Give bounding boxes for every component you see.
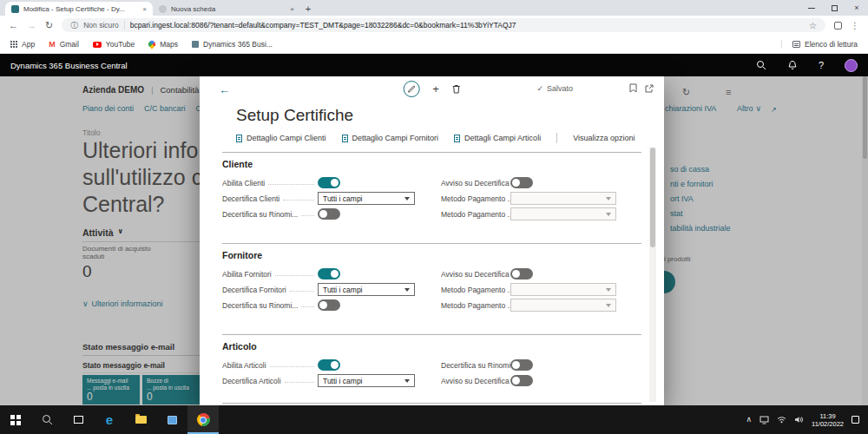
browser-tab-newtab[interactable]: Nuova scheda ×: [153, 2, 300, 16]
abilita-clienti-toggle[interactable]: [318, 177, 340, 188]
taskbar-app-button[interactable]: [156, 405, 187, 434]
reading-list-label: Elenco di lettura: [805, 40, 858, 49]
abilita-fornitori-toggle[interactable]: [318, 268, 340, 279]
search-icon: [42, 414, 53, 425]
bookmark-dynamics[interactable]: Dynamics 365 Busi...: [192, 40, 273, 49]
menu-visualizza-opzioni[interactable]: Visualizza opzioni: [573, 134, 635, 142]
decertifica-clienti-select[interactable]: Tutti i campi: [318, 192, 415, 205]
user-avatar[interactable]: [845, 59, 858, 72]
taskbar-search-button[interactable]: [31, 405, 62, 434]
metodo-pagamento-fornitori-select-1[interactable]: [510, 283, 616, 296]
dialog-scrollbar[interactable]: [649, 148, 656, 402]
field-metodo-pagamento-clienti-2: Metodo Pagamento ...: [441, 207, 616, 220]
security-label: Non sicuro: [83, 21, 119, 30]
bookmark-icon[interactable]: [629, 83, 637, 93]
tab-favicon: [11, 5, 19, 13]
task-view-icon: [74, 416, 83, 424]
decertifica-fornitori-select[interactable]: Tutti i campi: [318, 283, 415, 296]
doc-icon: [454, 135, 460, 142]
bookmark-gmail[interactable]: MGmail: [49, 40, 79, 49]
bookmarks-bar: App MGmail YouTube Maps Dynamics 365 Bus…: [0, 35, 868, 54]
taskbar-clock[interactable]: 11:39 11/02/2022: [812, 412, 844, 428]
search-icon[interactable]: [756, 60, 766, 70]
popout-icon[interactable]: [645, 84, 654, 93]
browser-menu-icon[interactable]: ⋮: [851, 21, 859, 30]
browser-tab-active[interactable]: Modifica - Setup Certifiche - Dy... ×: [5, 2, 153, 16]
decertifica-su-rinomina-articoli-toggle[interactable]: [510, 359, 533, 371]
back-arrow-icon[interactable]: ←: [219, 83, 230, 96]
task-view-button[interactable]: [62, 405, 94, 434]
metodo-pagamento-clienti-select-2[interactable]: [510, 207, 616, 220]
reading-list-button[interactable]: Elenco di lettura: [781, 40, 858, 49]
bookmark-star-icon[interactable]: ☆: [809, 21, 817, 30]
site-info-icon[interactable]: ⓘ: [70, 20, 78, 31]
action-center-icon[interactable]: [852, 416, 859, 424]
refresh-icon[interactable]: ↻: [45, 21, 53, 30]
window-maximize-button[interactable]: [823, 0, 845, 16]
abilita-articoli-toggle[interactable]: [318, 359, 340, 371]
section-fornitore: Fornitore Abilita Fornitori Avviso su De…: [222, 243, 641, 312]
bookmark-maps[interactable]: Maps: [148, 40, 178, 49]
extensions-icon[interactable]: [834, 22, 842, 30]
tray-display-icon[interactable]: [760, 416, 769, 424]
field-abilita-articoli: Abilita Articoli: [222, 358, 415, 372]
avviso-su-decertifica-fornitori-toggle[interactable]: [510, 268, 533, 279]
field-decertifica-rinomina-articoli: Decertifica su Rinomi...: [441, 358, 616, 372]
tray-expand-icon[interactable]: ∧: [746, 416, 752, 424]
decertifica-articoli-select[interactable]: Tutti i campi: [318, 374, 415, 387]
tab-close-icon[interactable]: ×: [142, 5, 147, 13]
avviso-su-decertifica-articoli-toggle[interactable]: [510, 375, 533, 386]
new-plus-icon[interactable]: +: [432, 83, 439, 95]
apps-grid-icon: [10, 41, 17, 48]
dotted-leader: [301, 212, 314, 216]
taskbar-edge-button[interactable]: e: [94, 405, 125, 434]
back-icon[interactable]: ←: [9, 21, 18, 30]
bc-app-header: Dynamics 365 Business Central ?: [0, 54, 868, 76]
section-title: Cliente: [222, 159, 641, 169]
notifications-bell-icon[interactable]: [787, 60, 798, 70]
dynamics-icon: [192, 41, 199, 48]
forward-icon[interactable]: →: [27, 21, 36, 30]
dotted-leader: [268, 181, 314, 185]
chevron-down-icon: [606, 213, 611, 216]
section-title: Fornitore: [222, 250, 641, 260]
decertifica-su-rinomina-clienti-toggle[interactable]: [318, 208, 340, 220]
menu-dettaglio-campi-fornitori[interactable]: Dettaglio Campi Fornitori: [342, 134, 439, 142]
menu-dettaglio-campi-clienti[interactable]: Dettaglio Campi Clienti: [236, 134, 326, 142]
new-tab-button[interactable]: +: [300, 2, 316, 16]
url-bar[interactable]: ⓘ Non sicuro bcpari.ingest.local:8086/?t…: [62, 18, 825, 32]
delete-trash-icon[interactable]: [452, 84, 461, 94]
field-decertifica-clienti: Decertifica Clienti Tutti i campi: [222, 192, 415, 205]
tab-close-icon[interactable]: ×: [290, 5, 294, 13]
field-avviso-decertifica-articoli: Avviso su Decertifica: [441, 374, 616, 387]
dialog-scrollbar-thumb[interactable]: [650, 148, 655, 247]
help-icon[interactable]: ?: [819, 60, 824, 70]
metodo-pagamento-clienti-select-1[interactable]: [510, 192, 616, 205]
metodo-pagamento-fornitori-select-2[interactable]: [510, 299, 616, 312]
gmail-icon: M: [49, 40, 56, 49]
taskbar-chrome-button[interactable]: [187, 405, 219, 434]
dialog-menu: Dettaglio Campi Clienti Dettaglio Campi …: [236, 133, 664, 143]
section-articolo: Articolo Abilita Articoli Decertifica su…: [222, 334, 641, 387]
url-text: bcpari.ingest.local:8086/?tenant=default…: [130, 21, 804, 30]
decertifica-su-rinomina-fornitori-toggle[interactable]: [318, 299, 340, 311]
bookmark-youtube[interactable]: YouTube: [93, 40, 135, 49]
bc-header-actions: ?: [756, 59, 858, 72]
edit-pencil-icon[interactable]: [403, 81, 419, 97]
menu-dettagli-campi-articoli[interactable]: Dettagli Campi Articoli: [454, 134, 541, 142]
chevron-down-icon: [404, 288, 410, 292]
taskbar: e ∧ 11:39 11/02/2022: [0, 405, 868, 434]
browser-tabstrip: Modifica - Setup Certifiche - Dy... × Nu…: [0, 0, 868, 16]
window-minimize-button[interactable]: [800, 0, 823, 16]
app-title[interactable]: Dynamics 365 Business Central: [10, 61, 128, 70]
window-close-button[interactable]: ×: [845, 0, 868, 16]
window-controls: ×: [800, 0, 868, 16]
bookmark-apps[interactable]: App: [10, 40, 35, 49]
start-button[interactable]: [0, 405, 31, 434]
app-window-icon: [168, 416, 177, 424]
field-avviso-decertifica-fornitori: Avviso su Decertifica: [441, 267, 616, 280]
tray-volume-icon[interactable]: [794, 416, 804, 424]
avviso-su-decertifica-clienti-toggle[interactable]: [510, 177, 533, 188]
tray-network-icon[interactable]: [777, 416, 786, 424]
taskbar-explorer-button[interactable]: [125, 405, 156, 434]
